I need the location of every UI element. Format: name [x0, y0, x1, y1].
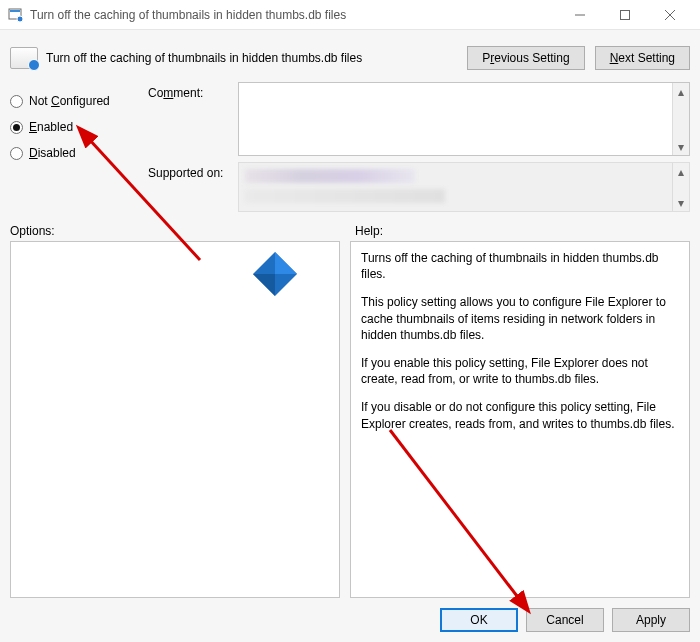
svg-marker-6: [253, 274, 275, 296]
comment-scrollbar[interactable]: ▴ ▾: [672, 83, 689, 155]
ok-button[interactable]: OK: [440, 608, 518, 632]
state-radio-group: Not Configured Enabled Disabled: [10, 82, 140, 212]
window-title: Turn off the caching of thumbnails in hi…: [30, 8, 557, 22]
radio-label: Enabled: [29, 120, 73, 134]
policy-title: Turn off the caching of thumbnails in hi…: [46, 51, 459, 65]
previous-setting-button[interactable]: Previous Setting: [467, 46, 584, 70]
minimize-button[interactable]: [557, 0, 602, 30]
scroll-down-icon: ▾: [673, 138, 689, 155]
supported-on-value: [239, 163, 672, 211]
options-pane: [10, 241, 340, 598]
radio-icon: [10, 95, 23, 108]
comment-textarea[interactable]: [239, 83, 672, 155]
titlebar: Turn off the caching of thumbnails in hi…: [0, 0, 700, 30]
logo-icon: [251, 250, 299, 298]
scroll-up-icon: ▴: [673, 163, 689, 180]
radio-label: Disabled: [29, 146, 76, 160]
help-text: Turns off the caching of thumbnails in h…: [351, 242, 689, 452]
help-paragraph: If you enable this policy setting, File …: [361, 355, 679, 387]
radio-icon: [10, 121, 23, 134]
radio-enabled[interactable]: Enabled: [10, 114, 140, 140]
svg-rect-3: [620, 10, 629, 19]
window-controls: [557, 0, 692, 30]
svg-point-2: [17, 16, 23, 22]
supported-on-label: Supported on:: [148, 162, 230, 180]
svg-marker-5: [275, 252, 297, 274]
dialog-client-area: Turn off the caching of thumbnails in hi…: [0, 30, 700, 642]
help-paragraph: This policy setting allows you to config…: [361, 294, 679, 343]
comment-label: Comment:: [148, 82, 230, 100]
next-setting-button[interactable]: Next Setting: [595, 46, 690, 70]
policy-icon: [10, 47, 38, 69]
radio-icon: [10, 147, 23, 160]
radio-not-configured[interactable]: Not Configured: [10, 88, 140, 114]
maximize-button[interactable]: [602, 0, 647, 30]
help-section-label: Help:: [355, 224, 383, 238]
radio-label: Not Configured: [29, 94, 110, 108]
cancel-button[interactable]: Cancel: [526, 608, 604, 632]
help-paragraph: If you disable or do not configure this …: [361, 399, 679, 431]
scroll-up-icon: ▴: [673, 83, 689, 100]
apply-button[interactable]: Apply: [612, 608, 690, 632]
options-section-label: Options:: [10, 224, 345, 238]
policy-app-icon: [8, 7, 24, 23]
help-pane: Turns off the caching of thumbnails in h…: [350, 241, 690, 598]
dialog-footer: OK Cancel Apply: [10, 598, 690, 632]
close-button[interactable]: [647, 0, 692, 30]
radio-disabled[interactable]: Disabled: [10, 140, 140, 166]
scroll-down-icon: ▾: [673, 194, 689, 211]
help-paragraph: Turns off the caching of thumbnails in h…: [361, 250, 679, 282]
supported-scrollbar[interactable]: ▴ ▾: [672, 163, 689, 211]
svg-rect-1: [10, 10, 20, 12]
